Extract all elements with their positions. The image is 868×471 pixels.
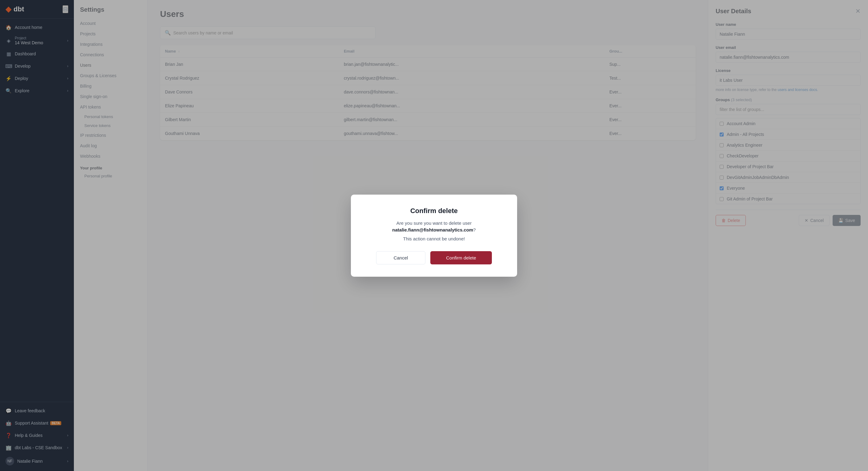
modal-title: Confirm delete (362, 207, 506, 215)
modal-confirm-button[interactable]: Confirm delete (430, 251, 492, 264)
modal-warning: This action cannot be undone! (362, 236, 506, 241)
modal-email: natalie.fiann@fishtownanalytics.com (392, 227, 473, 232)
confirm-delete-modal: Confirm delete Are you sure you want to … (351, 195, 517, 277)
modal-body: Are you sure you want to delete user nat… (362, 220, 506, 234)
modal-cancel-button[interactable]: Cancel (376, 251, 425, 264)
modal-overlay: Confirm delete Are you sure you want to … (0, 0, 868, 471)
modal-actions: Cancel Confirm delete (362, 251, 506, 264)
